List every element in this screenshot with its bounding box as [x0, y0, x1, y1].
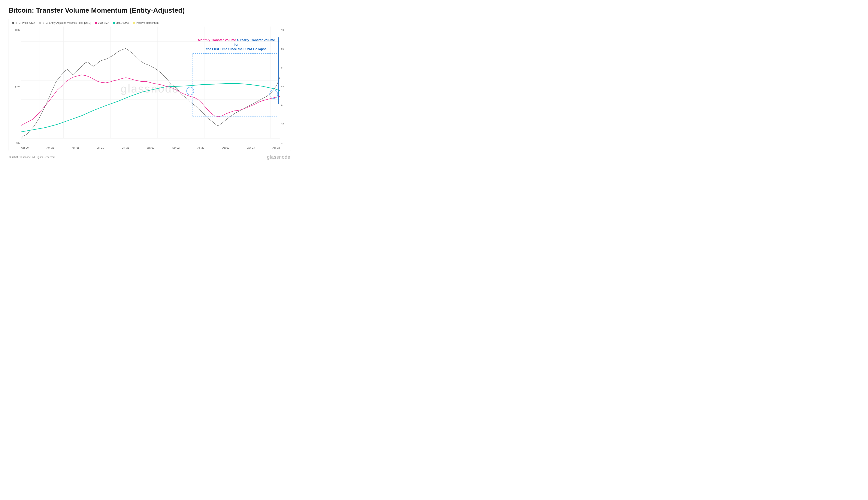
page-title: Bitcoin: Transfer Volume Momentum (Entit… — [9, 7, 291, 14]
x-label-apr23: Apr '23 — [272, 147, 280, 149]
chart-svg — [21, 26, 280, 145]
annotation-circle-1 — [186, 87, 194, 95]
legend-btc-price: BTC: Price [USD] — [12, 21, 35, 24]
y-axis-right: 10 8B 8 4B 6 1B 4 — [280, 26, 291, 151]
x-label-oct22: Oct '22 — [222, 147, 229, 149]
legend-sma30-label: 30D-SMA — [98, 21, 109, 24]
y-label-8k: $8k — [9, 142, 21, 144]
x-label-jul21: Jul '21 — [97, 147, 104, 149]
copyright: © 2023 Glassnode. All Rights Reserved. — [9, 156, 55, 159]
legend-positive-momentum: Positive Momentum — [133, 21, 159, 24]
y-axis-left: $60k $20k $8k — [9, 26, 21, 151]
legend-dash-label: - — [162, 21, 163, 24]
y-label-4: 4 — [280, 142, 291, 144]
x-label-oct21: Oct '21 — [122, 147, 129, 149]
x-label-apr21: Apr '21 — [72, 147, 79, 149]
glassnode-logo: glassnode — [267, 155, 290, 160]
x-label-jan23: Jan '23 — [247, 147, 255, 149]
x-label-jul22: Jul '22 — [197, 147, 204, 149]
legend-sma365: 365D-SMA — [113, 21, 129, 24]
chart-container: BTC: Price [USD] BTC: Entity-Adjusted Vo… — [9, 19, 291, 151]
legend-dash: - — [162, 21, 163, 24]
x-label-jan22: Jan '22 — [147, 147, 154, 149]
y-label-10: 10 — [280, 29, 291, 31]
chart-legend: BTC: Price [USD] BTC: Entity-Adjusted Vo… — [9, 21, 291, 26]
chart-area: $60k $20k $8k 10 8B 8 4B 6 1B 4 — [9, 26, 291, 151]
sma365-line — [21, 83, 280, 132]
legend-sma30: 30D-SMA — [95, 21, 109, 24]
x-label-oct20: Oct '20 — [21, 147, 29, 149]
legend-positive-momentum-label: Positive Momentum — [136, 21, 159, 24]
x-label-apr22: Apr '22 — [172, 147, 180, 149]
x-axis: Oct '20 Jan '21 Apr '21 Jul '21 Oct '21 … — [21, 145, 280, 151]
y-label-4b: 4B — [280, 85, 291, 88]
footer: © 2023 Glassnode. All Rights Reserved. g… — [9, 155, 291, 160]
y-label-8b: 8B — [280, 47, 291, 50]
legend-btc-volume-label: BTC: Entity-Adjusted Volume (Total) [USD… — [42, 21, 91, 24]
legend-btc-volume: BTC: Entity-Adjusted Volume (Total) [USD… — [39, 21, 91, 24]
y-label-8: 8 — [280, 66, 291, 69]
x-label-jan21: Jan '21 — [46, 147, 54, 149]
sma30-line — [21, 75, 280, 125]
y-label-6: 6 — [280, 104, 291, 107]
annotation-circle-2 — [270, 90, 278, 99]
legend-sma365-label: 365D-SMA — [116, 21, 129, 24]
y-label-1b: 1B — [280, 123, 291, 125]
btc-price-line — [21, 48, 280, 138]
y-label-20k: $20k — [9, 85, 21, 88]
legend-btc-price-label: BTC: Price [USD] — [15, 21, 35, 24]
y-label-60k: $60k — [9, 29, 21, 31]
